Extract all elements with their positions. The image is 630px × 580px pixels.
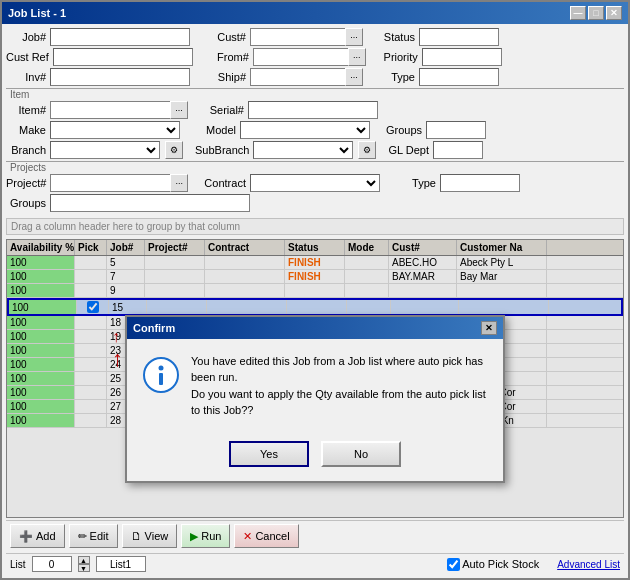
maximize-button[interactable]: □ xyxy=(588,6,604,20)
list-name-input[interactable] xyxy=(96,556,146,572)
run-icon: ▶ xyxy=(190,530,198,543)
make-label: Make xyxy=(6,124,46,136)
cust-label: Cust# xyxy=(206,31,246,43)
edit-label: Edit xyxy=(90,530,109,542)
gldept-label: GL Dept xyxy=(388,144,429,156)
cust-input[interactable] xyxy=(250,28,345,46)
form-row-3: Inv# Ship# ··· Type xyxy=(6,68,624,86)
contract-label: Contract xyxy=(204,177,246,189)
custref-input[interactable] xyxy=(53,48,193,66)
auto-pick-checkbox[interactable] xyxy=(447,558,460,571)
data-grid: Availability % Pick Job# Project# Contra… xyxy=(6,239,624,518)
priority-input[interactable] xyxy=(422,48,502,66)
dialog-info-icon xyxy=(143,357,179,401)
dialog-message: You have edited this Job from a Job list… xyxy=(191,353,487,419)
top-form: Job# Cust# ··· Status Cust Ref From# xyxy=(6,28,624,214)
make-select[interactable] xyxy=(50,121,180,139)
dialog-close-button[interactable]: ✕ xyxy=(481,321,497,335)
from-dots-button[interactable]: ··· xyxy=(348,48,366,66)
subbranch-select[interactable] xyxy=(253,141,353,159)
inv-label: Inv# xyxy=(6,71,46,83)
form-row-2: Cust Ref From# ··· Priority xyxy=(6,48,624,66)
project-row-1: Project# ··· Contract Type xyxy=(6,174,624,192)
proj-groups-label: Groups xyxy=(6,197,46,209)
dialog-yes-button[interactable]: Yes xyxy=(229,441,309,467)
groups-item-label: Groups xyxy=(382,124,422,136)
project-dots-button[interactable]: ··· xyxy=(170,174,188,192)
from-input-wrap: ··· xyxy=(253,48,366,66)
serial-input[interactable] xyxy=(248,101,378,119)
subbranch-gear-button[interactable]: ⚙ xyxy=(358,141,376,159)
close-button[interactable]: ✕ xyxy=(606,6,622,20)
main-content: Job# Cust# ··· Status Cust Ref From# xyxy=(2,24,628,578)
confirm-dialog: Confirm ✕ You have edited this J xyxy=(125,315,505,483)
spinner-up[interactable]: ▲ xyxy=(78,556,90,564)
minimize-button[interactable]: — xyxy=(570,6,586,20)
auto-pick-wrap: Auto Pick Stock xyxy=(447,558,539,571)
list-number-input[interactable] xyxy=(32,556,72,572)
item-row-3: Branch ⚙ SubBranch ⚙ GL Dept xyxy=(6,141,624,159)
svg-point-1 xyxy=(159,365,164,370)
ship-label: Ship# xyxy=(206,71,246,83)
serial-label: Serial# xyxy=(204,104,244,116)
cancel-icon: ✕ xyxy=(243,530,252,543)
groups-item-input[interactable] xyxy=(426,121,486,139)
item-dots-button[interactable]: ··· xyxy=(170,101,188,119)
proj-type-label: Type xyxy=(396,177,436,189)
window-title: Job List - 1 xyxy=(8,7,66,19)
main-window: Job List - 1 — □ ✕ Job# Cust# ··· Status xyxy=(0,0,630,580)
dialog-title-bar: Confirm ✕ xyxy=(127,317,503,339)
custref-label: Cust Ref xyxy=(6,51,49,63)
contract-select[interactable] xyxy=(250,174,380,192)
svg-rect-2 xyxy=(159,373,163,385)
item-row-1: Item# ··· Serial# xyxy=(6,101,624,119)
run-button[interactable]: ▶ Run xyxy=(181,524,230,548)
title-bar-buttons: — □ ✕ xyxy=(570,6,622,20)
add-icon: ➕ xyxy=(19,530,33,543)
toolbar: ➕ Add ✏ Edit 🗋 View ▶ Run ✕ Cancel xyxy=(6,520,624,551)
inv-input[interactable] xyxy=(50,68,190,86)
item-label: Item# xyxy=(6,104,46,116)
proj-groups-input[interactable] xyxy=(50,194,250,212)
dialog-no-button[interactable]: No xyxy=(321,441,401,467)
form-row-1: Job# Cust# ··· Status xyxy=(6,28,624,46)
branch-label: Branch xyxy=(6,144,46,156)
dialog-buttons: Yes No xyxy=(127,433,503,481)
from-label: From# xyxy=(209,51,249,63)
spinner-down[interactable]: ▼ xyxy=(78,564,90,572)
branch-gear-button[interactable]: ⚙ xyxy=(165,141,183,159)
model-select[interactable] xyxy=(240,121,370,139)
from-input[interactable] xyxy=(253,48,348,66)
dialog-body: You have edited this Job from a Job list… xyxy=(127,339,503,433)
cancel-label: Cancel xyxy=(255,530,289,542)
priority-label: Priority xyxy=(378,51,418,63)
item-input[interactable] xyxy=(50,101,170,119)
add-button[interactable]: ➕ Add xyxy=(10,524,65,548)
gldept-input[interactable] xyxy=(433,141,483,159)
dialog-overlay: Confirm ✕ You have edited this J xyxy=(7,240,623,517)
branch-select[interactable] xyxy=(50,141,160,159)
type-input[interactable] xyxy=(419,68,499,86)
ship-input[interactable] xyxy=(250,68,345,86)
cancel-button[interactable]: ✕ Cancel xyxy=(234,524,298,548)
cust-dots-button[interactable]: ··· xyxy=(345,28,363,46)
dialog-title-text: Confirm xyxy=(133,322,175,334)
list-label: List xyxy=(10,559,26,570)
projects-section-label: Projects xyxy=(6,161,624,173)
auto-pick-label: Auto Pick Stock xyxy=(462,558,539,570)
project-row-2: Groups xyxy=(6,194,624,212)
drag-hint: Drag a column header here to group by th… xyxy=(6,218,624,235)
list-spinner: ▲ ▼ xyxy=(78,556,90,572)
project-input-wrap: ··· xyxy=(50,174,188,192)
job-input[interactable] xyxy=(50,28,190,46)
status-label: Status xyxy=(375,31,415,43)
edit-button[interactable]: ✏ Edit xyxy=(69,524,118,548)
view-button[interactable]: 🗋 View xyxy=(122,524,178,548)
edit-icon: ✏ xyxy=(78,530,87,543)
proj-type-input[interactable] xyxy=(440,174,520,192)
project-input[interactable] xyxy=(50,174,170,192)
ship-dots-button[interactable]: ··· xyxy=(345,68,363,86)
status-input[interactable] xyxy=(419,28,499,46)
cust-input-wrap: ··· xyxy=(250,28,363,46)
view-label: View xyxy=(145,530,169,542)
